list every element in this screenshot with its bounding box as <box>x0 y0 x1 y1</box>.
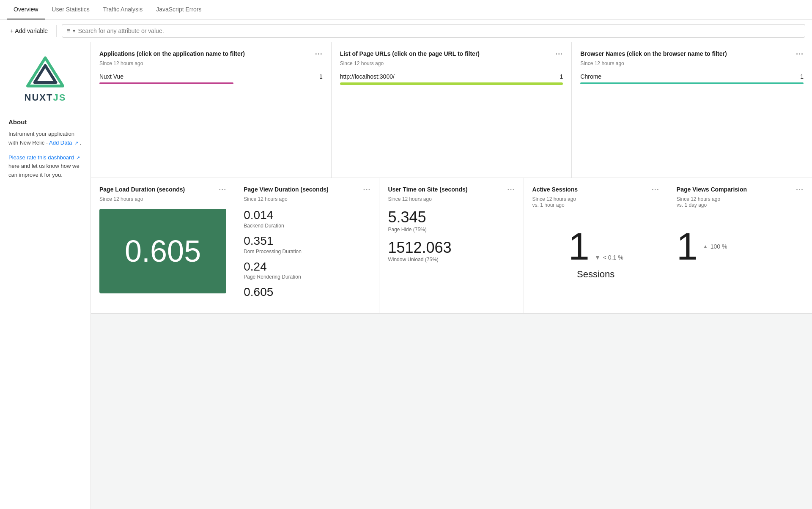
render-label: Page Rendering Duration <box>244 274 370 280</box>
panel-user-time-subtitle: Since 12 hours ago <box>388 196 515 202</box>
dom-value: 0.351 <box>244 235 370 248</box>
page-load-value: 0.605 <box>125 236 201 266</box>
page-views-area: 1 ▲ 100 % <box>677 215 804 265</box>
panel-user-time: User Time on Site (seconds) ··· Since 12… <box>379 178 524 313</box>
panel-page-load-menu[interactable]: ··· <box>219 186 226 194</box>
sessions-area: 1 ▼ < 0.1 % Sessions <box>532 215 659 280</box>
filter-icon: ≡ <box>66 27 70 35</box>
panel-page-load-header: Page Load Duration (seconds) ··· <box>99 186 226 194</box>
app-bar <box>99 82 233 84</box>
page-views-row: 1 ▲ 100 % <box>677 227 727 265</box>
panel-page-urls-title: List of Page URLs (click on the page URL… <box>340 50 480 57</box>
brand-text-dark: NUXT <box>25 92 53 103</box>
nav-tabs: Overview User Statistics Traffic Analysi… <box>0 0 812 20</box>
panel-browser-names-title: Browser Names (click on the browser name… <box>580 50 727 57</box>
metric-render: 0.24 Page Rendering Duration <box>244 260 370 280</box>
panel-page-urls: List of Page URLs (click on the page URL… <box>332 42 572 178</box>
panel-page-view-header: Page View Duration (seconds) ··· <box>244 186 370 194</box>
panel-browser-names-header: Browser Names (click on the browser name… <box>580 50 804 59</box>
page-hide-label: Page Hide (75%) <box>388 227 515 233</box>
sessions-change-text: < 0.1 % <box>603 254 623 261</box>
url-bar <box>340 82 563 85</box>
nuxtjs-logo <box>24 55 66 89</box>
rate-section: Please rate this dashboard ↗ here and le… <box>8 153 82 180</box>
panel-page-urls-menu[interactable]: ··· <box>555 50 563 59</box>
app-label: Nuxt Vue <box>99 73 123 80</box>
page-views-change-text: 100 % <box>710 243 727 250</box>
external-link-icon: ↗ <box>74 140 78 145</box>
browser-bar <box>580 82 804 84</box>
list-item: http://localhost:3000/ 1 <box>340 73 563 80</box>
list-item: Chrome 1 <box>580 73 804 80</box>
panel-active-sessions-subtitle: Since 12 hours ago vs. 1 hour ago <box>532 196 659 208</box>
url-count: 1 <box>560 73 563 80</box>
page-views-big-value: 1 <box>677 227 698 265</box>
sessions-row: 1 ▼ < 0.1 % <box>568 227 623 265</box>
panel-page-urls-subtitle: Since 12 hours ago <box>340 60 563 66</box>
panel-page-views-header: Page Views Comparision ··· <box>677 186 804 194</box>
page-hide-value: 5.345 <box>388 209 515 226</box>
metric-backend: 0.014 Backend Duration <box>244 209 370 229</box>
panel-page-load-subtitle: Since 12 hours ago <box>99 196 226 202</box>
panel-page-load-title: Page Load Duration (seconds) <box>99 186 185 193</box>
panel-page-views-menu[interactable]: ··· <box>796 186 804 194</box>
backend-label: Backend Duration <box>244 223 370 229</box>
user-time-metrics: 5.345 Page Hide (75%) 1512.063 Window Un… <box>388 209 515 263</box>
panel-page-urls-header: List of Page URLs (click on the page URL… <box>340 50 563 59</box>
tab-user-statistics[interactable]: User Statistics <box>45 0 96 19</box>
panel-browser-names-menu[interactable]: ··· <box>796 50 804 59</box>
panel-page-view-menu[interactable]: ··· <box>363 186 370 194</box>
logo-area: NUXTJS <box>8 51 82 112</box>
sessions-label: Sessions <box>577 269 614 280</box>
panel-active-sessions-header: Active Sessions ··· <box>532 186 659 194</box>
metric-dom: 0.351 Dom Processing Duration <box>244 235 370 254</box>
about-heading: About <box>8 118 82 126</box>
add-variable-button[interactable]: + Add variable <box>7 25 51 37</box>
panel-active-sessions-title: Active Sessions <box>532 186 578 193</box>
panel-active-sessions: Active Sessions ··· Since 12 hours ago v… <box>524 178 668 313</box>
page-load-green-box: 0.605 <box>99 209 226 293</box>
render-value: 0.24 <box>244 260 370 274</box>
add-variable-label: + Add variable <box>10 27 48 34</box>
panel-browser-names-subtitle: Since 12 hours ago <box>580 60 804 66</box>
tab-traffic-analysis[interactable]: Traffic Analysis <box>96 0 149 19</box>
search-input[interactable] <box>78 27 801 34</box>
panel-active-sessions-menu[interactable]: ··· <box>652 186 659 194</box>
panel-applications-menu[interactable]: ··· <box>315 50 323 59</box>
panel-applications: Applications (click on the application n… <box>91 42 332 178</box>
panels-row-2: Page Load Duration (seconds) ··· Since 1… <box>91 178 812 314</box>
add-data-link[interactable]: Add Data ↗ <box>49 140 78 146</box>
sessions-arrow-down-icon: ▼ <box>595 254 601 261</box>
applications-list: Nuxt Vue 1 <box>99 73 323 84</box>
panels-area: Applications (click on the application n… <box>91 42 812 509</box>
toolbar: + Add variable ≡ ▾ <box>0 20 812 42</box>
tab-overview[interactable]: Overview <box>7 0 45 19</box>
dom-label: Dom Processing Duration <box>244 249 370 254</box>
panel-browser-names: Browser Names (click on the browser name… <box>572 42 812 178</box>
rate-external-icon: ↗ <box>76 155 80 160</box>
about-text: Instrument your application with New Rel… <box>8 130 82 148</box>
browser-label: Chrome <box>580 73 601 80</box>
panel-page-views-subtitle: Since 12 hours ago vs. 1 day ago <box>677 196 804 208</box>
page-views-arrow-up-icon: ▲ <box>703 244 708 249</box>
sidebar: NUXTJS About Instrument your application… <box>0 42 91 509</box>
tab-javascript-errors[interactable]: JavaScript Errors <box>149 0 208 19</box>
panel-page-view-title: Page View Duration (seconds) <box>244 186 328 193</box>
panel-user-time-title: User Time on Site (seconds) <box>388 186 467 193</box>
panel-user-time-menu[interactable]: ··· <box>508 186 515 194</box>
brand-label: NUXTJS <box>25 92 66 103</box>
panel-applications-header: Applications (click on the application n… <box>99 50 323 59</box>
sessions-change: ▼ < 0.1 % <box>595 254 623 261</box>
panel-page-views-comparison: Page Views Comparision ··· Since 12 hour… <box>668 178 812 313</box>
panel-page-view-subtitle: Since 12 hours ago <box>244 196 370 202</box>
panel-page-load: Page Load Duration (seconds) ··· Since 1… <box>91 178 235 313</box>
rate-dashboard-link[interactable]: Please rate this dashboard ↗ <box>8 154 80 161</box>
panel-applications-subtitle: Since 12 hours ago <box>99 60 323 66</box>
total-value: 0.605 <box>244 286 370 299</box>
panel-page-view-duration: Page View Duration (seconds) ··· Since 1… <box>235 178 379 313</box>
backend-value: 0.014 <box>244 209 370 222</box>
panels-row-1: Applications (click on the application n… <box>91 42 812 178</box>
about-section: About Instrument your application with N… <box>8 118 82 180</box>
filter-bar[interactable]: ≡ ▾ <box>62 24 805 38</box>
urls-list: http://localhost:3000/ 1 <box>340 73 563 85</box>
